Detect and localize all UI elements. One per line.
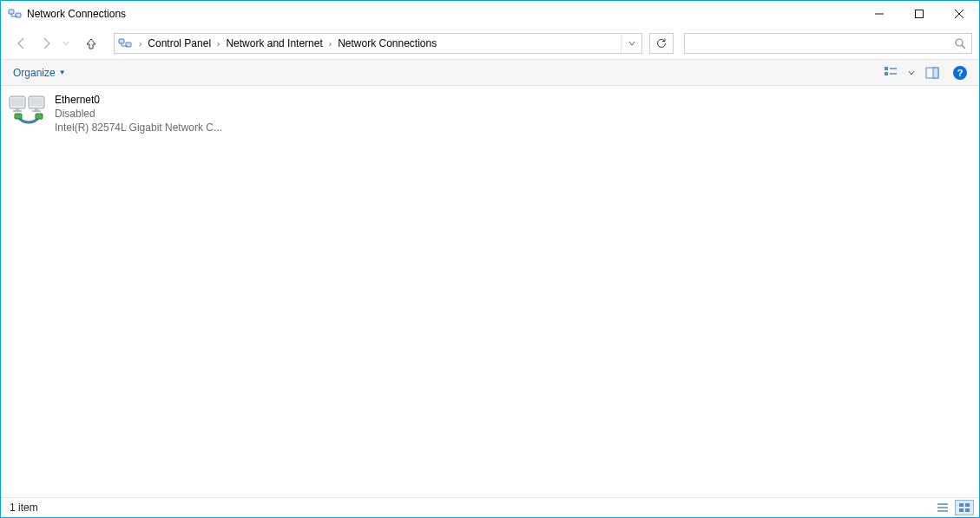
organize-label: Organize [13, 67, 56, 79]
chevron-right-icon: › [214, 39, 223, 49]
svg-rect-25 [36, 114, 43, 119]
breadcrumb-network-and-internet[interactable]: Network and Internet › [223, 34, 335, 53]
close-button[interactable] [939, 1, 979, 28]
up-button[interactable] [81, 33, 102, 54]
svg-rect-11 [885, 72, 888, 75]
connection-item-ethernet0[interactable]: Ethernet0 Disabled Intel(R) 82574L Gigab… [4, 91, 230, 136]
preview-pane-icon [925, 66, 939, 80]
window-frame: Network Connections [0, 0, 980, 518]
svg-rect-23 [32, 110, 41, 112]
help-button[interactable]: ? [948, 62, 972, 83]
svg-rect-15 [933, 68, 938, 78]
address-bar[interactable]: › Control Panel › Network and Internet ›… [114, 33, 642, 54]
search-input[interactable] [685, 34, 949, 53]
chevron-right-icon: › [326, 39, 335, 49]
svg-rect-22 [35, 108, 38, 110]
svg-rect-24 [15, 114, 22, 119]
breadcrumb-control-panel[interactable]: Control Panel › [145, 34, 223, 53]
svg-rect-3 [916, 10, 924, 18]
svg-rect-18 [16, 108, 19, 110]
breadcrumb-separator[interactable]: › [135, 34, 145, 53]
connection-status: Disabled [55, 107, 222, 121]
connection-device: Intel(R) 82574L Gigabit Network C... [55, 121, 222, 134]
minimize-button[interactable] [859, 1, 899, 28]
search-icon [949, 34, 971, 53]
svg-rect-10 [885, 67, 888, 70]
status-bar: 1 item [1, 497, 979, 517]
command-bar: Organize ▼ ? [1, 59, 979, 86]
svg-rect-21 [30, 98, 43, 106]
details-view-toggle[interactable] [933, 500, 952, 515]
tiles-view-icon [958, 502, 970, 513]
tiles-view-toggle[interactable] [955, 500, 974, 515]
breadcrumb-network-connections[interactable]: Network Connections [335, 34, 439, 53]
network-adapter-icon [8, 93, 49, 131]
svg-rect-29 [959, 503, 964, 507]
address-history-dropdown[interactable] [621, 34, 641, 53]
refresh-button[interactable] [649, 33, 674, 54]
location-icon [118, 36, 132, 50]
svg-rect-0 [9, 10, 14, 14]
status-text: 1 item [10, 502, 38, 514]
view-options-dropdown[interactable] [906, 69, 917, 76]
app-icon [8, 7, 22, 21]
refresh-icon [655, 37, 668, 49]
view-options-icon [884, 66, 898, 80]
titlebar: Network Connections [1, 1, 979, 28]
details-view-icon [937, 502, 949, 513]
recent-dropdown[interactable] [60, 33, 72, 54]
search-box[interactable] [684, 33, 972, 54]
svg-rect-30 [965, 503, 970, 507]
nav-row: › Control Panel › Network and Internet ›… [1, 28, 979, 59]
svg-rect-19 [13, 110, 22, 112]
back-button[interactable] [11, 33, 32, 54]
forward-button[interactable] [36, 33, 56, 54]
maximize-button[interactable] [899, 1, 939, 28]
view-options-button[interactable] [878, 62, 903, 83]
organize-menu[interactable]: Organize ▼ [8, 64, 71, 82]
chevron-down-icon: ▼ [59, 69, 66, 76]
help-icon: ? [953, 66, 967, 80]
svg-line-9 [962, 45, 965, 49]
svg-rect-17 [11, 98, 23, 106]
connection-item-text: Ethernet0 Disabled Intel(R) 82574L Gigab… [49, 93, 222, 134]
svg-point-8 [956, 39, 963, 46]
connection-name: Ethernet0 [55, 93, 222, 107]
svg-rect-32 [965, 508, 970, 512]
svg-rect-31 [959, 508, 964, 512]
svg-rect-6 [119, 39, 124, 43]
content-area[interactable]: Ethernet0 Disabled Intel(R) 82574L Gigab… [1, 86, 979, 497]
preview-pane-button[interactable] [920, 62, 944, 83]
window-title: Network Connections [27, 8, 126, 20]
